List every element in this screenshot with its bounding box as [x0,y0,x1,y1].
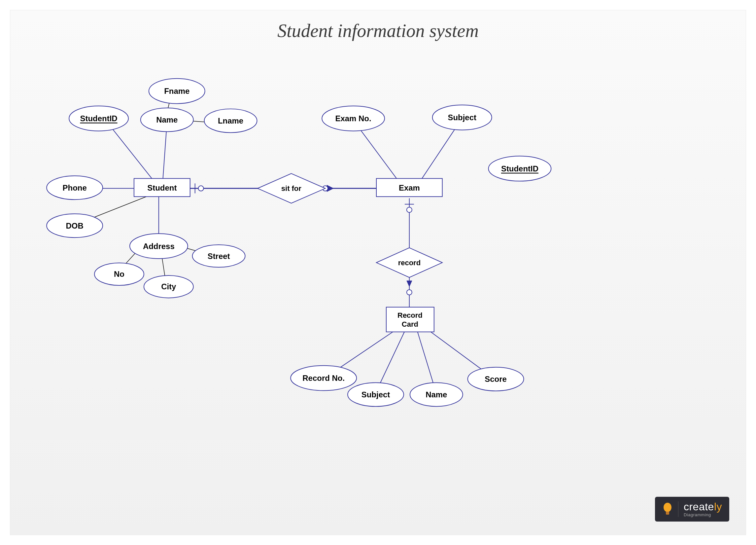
attr-subject-rec-label: Subject [361,390,390,399]
cardmark-student-circle [198,186,204,191]
entity-record-card-label1: Record [397,311,423,320]
creately-logo: creately Diagramming [655,497,729,522]
attr-address-label: Address [143,242,175,251]
attr-name-rec-label: Name [426,390,447,399]
attr-fname-label: Fname [164,86,189,95]
attr-recordno-label: Record No. [302,374,345,383]
attr-examno-label: Exam No. [335,114,371,123]
cardmark-exam-circle [407,207,412,212]
diagram-canvas: Student information system [10,10,746,535]
entity-student-label: Student [147,183,177,192]
logo-brand-1: create [684,501,714,513]
logo-subtitle: Diagramming [684,513,722,517]
lightbulb-icon [662,503,673,516]
attr-dob-label: DOB [66,221,84,230]
arrowhead-record-rc [407,281,412,287]
conn-namerec-rc [418,332,436,392]
attr-name-label: Name [156,115,178,124]
attr-score-label: Score [485,375,507,384]
svg-rect-1 [666,512,669,515]
attr-street-label: Street [208,252,230,260]
er-diagram: Student Exam Record Card sit for record … [10,10,746,535]
attr-city-label: City [161,282,176,291]
attr-studentid-exam-label: StudentID [501,164,538,173]
attr-subject-exam-label: Subject [448,113,476,122]
attr-phone-label: Phone [63,183,87,192]
svg-point-0 [664,503,671,512]
entity-exam-label: Exam [399,183,420,192]
conn-studentid-student [106,121,155,182]
logo-brand-2: ly [714,501,722,513]
relationship-sitfor-label: sit for [281,184,301,192]
attr-lname-label: Lname [218,116,243,125]
logo-text: creately Diagramming [678,501,722,517]
attr-no-label: No [114,269,124,279]
entity-record-card-label2: Card [402,320,418,328]
attr-studentid-label: StudentID [80,114,118,123]
conn-subjectrec-rc [376,332,404,392]
conn-examno-exam [355,122,398,180]
cardmark-record-circle [407,290,412,295]
relationship-record-label: record [398,258,421,267]
